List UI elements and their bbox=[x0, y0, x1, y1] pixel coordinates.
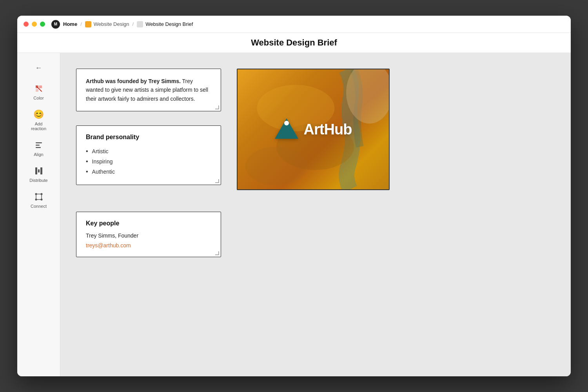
sidebar-item-align[interactable]: Align bbox=[23, 136, 54, 161]
resize-handle-foundation[interactable] bbox=[215, 105, 219, 109]
person-email[interactable]: treys@arthub.com bbox=[86, 242, 131, 249]
sidebar-label-connect: Connect bbox=[31, 204, 47, 209]
sidebar: ← Color 😊 bbox=[17, 53, 60, 376]
logo-triangle-wrap bbox=[275, 118, 298, 140]
traffic-lights bbox=[24, 22, 45, 27]
sidebar-item-color[interactable]: Color bbox=[23, 80, 54, 104]
logo-text: ArtHub bbox=[304, 121, 352, 138]
page-header: Website Design Brief bbox=[17, 33, 571, 53]
minimize-button[interactable] bbox=[32, 22, 37, 27]
canvas: Arthub was founded by Trey Simms. Trey w… bbox=[60, 53, 571, 376]
distribute-icon bbox=[34, 166, 44, 176]
sidebar-back[interactable]: ← bbox=[17, 61, 60, 78]
logo-background: ArtHub bbox=[238, 69, 389, 189]
back-icon: ← bbox=[35, 64, 42, 72]
svg-rect-7 bbox=[35, 167, 37, 174]
person-name: Trey Simms, Founder bbox=[86, 232, 211, 239]
breadcrumb-project-label: Website Design bbox=[94, 21, 129, 27]
card-key-people[interactable]: Key people Trey Simms, Founder treys@art… bbox=[76, 212, 221, 257]
page-title: Website Design Brief bbox=[33, 38, 555, 48]
breadcrumb-page[interactable]: Website Design Brief bbox=[137, 21, 193, 27]
home-icon: M bbox=[51, 20, 60, 29]
sidebar-item-add-reaction[interactable]: 😊 Add reaction bbox=[23, 106, 54, 135]
breadcrumb: M Home / Website Design / Website Design… bbox=[51, 20, 193, 29]
foundation-bold: Arthub was founded by Trey Simms. bbox=[86, 78, 181, 84]
sidebar-label-color: Color bbox=[33, 96, 44, 100]
brand-item-2: Inspiring bbox=[86, 156, 211, 167]
key-people-title: Key people bbox=[86, 220, 211, 227]
logo-content: ArtHub bbox=[275, 118, 352, 140]
content-area: Website Design Brief ← bbox=[17, 33, 571, 376]
brand-item-3: Authentic bbox=[86, 167, 211, 177]
brand-item-1: Artistic bbox=[86, 146, 211, 156]
resize-handle-brand[interactable] bbox=[215, 179, 219, 183]
titlebar: M Home / Website Design / Website Design… bbox=[17, 16, 571, 33]
app-window: M Home / Website Design / Website Design… bbox=[17, 16, 571, 376]
main-layout: ← Color 😊 bbox=[17, 53, 571, 376]
card-logo[interactable]: ArtHub bbox=[237, 69, 390, 190]
svg-rect-1 bbox=[39, 85, 42, 88]
logo-pin-dot bbox=[284, 121, 289, 125]
canvas-inner: Arthub was founded by Trey Simms. Trey w… bbox=[76, 69, 429, 304]
sidebar-label-align: Align bbox=[34, 152, 43, 157]
svg-point-20 bbox=[245, 147, 307, 185]
brand-list: Artistic Inspiring Authentic bbox=[86, 146, 211, 177]
connect-icon bbox=[34, 192, 44, 201]
foundation-text: Arthub was founded by Trey Simms. Trey w… bbox=[86, 77, 211, 103]
breadcrumb-sep-1: / bbox=[80, 21, 82, 27]
add-reaction-icon: 😊 bbox=[34, 110, 44, 119]
svg-rect-5 bbox=[36, 145, 40, 146]
resize-handle-key[interactable] bbox=[215, 251, 219, 255]
maximize-button[interactable] bbox=[40, 22, 45, 27]
sidebar-label-add-reaction: Add reaction bbox=[28, 122, 50, 131]
card-brand[interactable]: Brand personality Artistic Inspiring Aut… bbox=[76, 125, 221, 185]
breadcrumb-website-design[interactable]: Website Design bbox=[85, 21, 129, 27]
svg-rect-2 bbox=[36, 89, 38, 92]
close-button[interactable] bbox=[24, 22, 29, 27]
page-icon bbox=[137, 21, 143, 27]
color-icon bbox=[34, 84, 44, 93]
svg-rect-6 bbox=[36, 147, 41, 148]
sidebar-item-connect[interactable]: Connect bbox=[23, 188, 54, 212]
sidebar-item-distribute[interactable]: Distribute bbox=[23, 162, 54, 187]
sidebar-label-distribute: Distribute bbox=[29, 178, 47, 183]
card-foundation[interactable]: Arthub was founded by Trey Simms. Trey w… bbox=[76, 69, 221, 111]
brand-title: Brand personality bbox=[86, 134, 211, 141]
align-icon bbox=[34, 140, 44, 150]
website-design-icon bbox=[85, 21, 91, 27]
breadcrumb-home[interactable]: Home bbox=[63, 21, 77, 27]
breadcrumb-page-label: Website Design Brief bbox=[145, 21, 193, 27]
svg-rect-9 bbox=[38, 169, 40, 172]
svg-rect-8 bbox=[40, 167, 42, 174]
svg-rect-4 bbox=[36, 142, 42, 143]
breadcrumb-sep-2: / bbox=[132, 21, 134, 27]
